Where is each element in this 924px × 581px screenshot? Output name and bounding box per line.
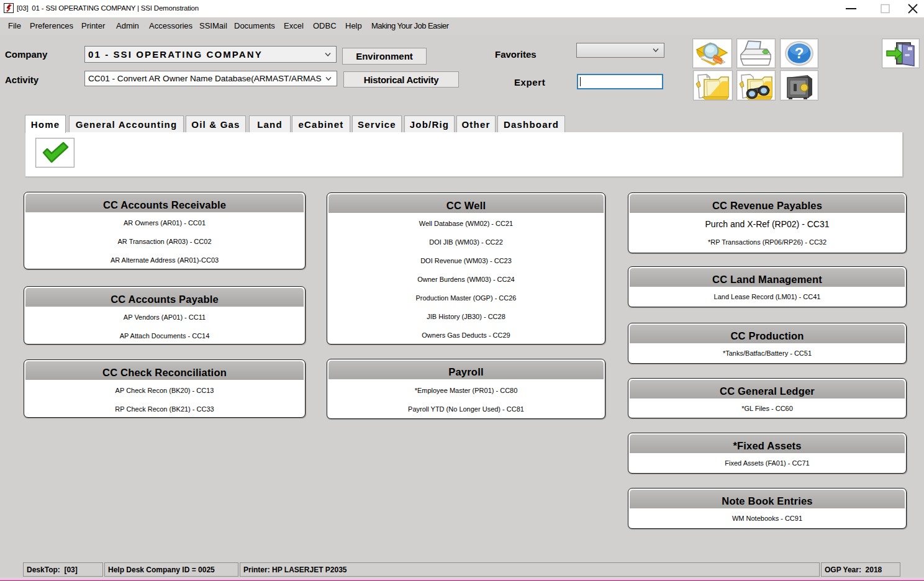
svg-text:?: ? [795,45,804,61]
